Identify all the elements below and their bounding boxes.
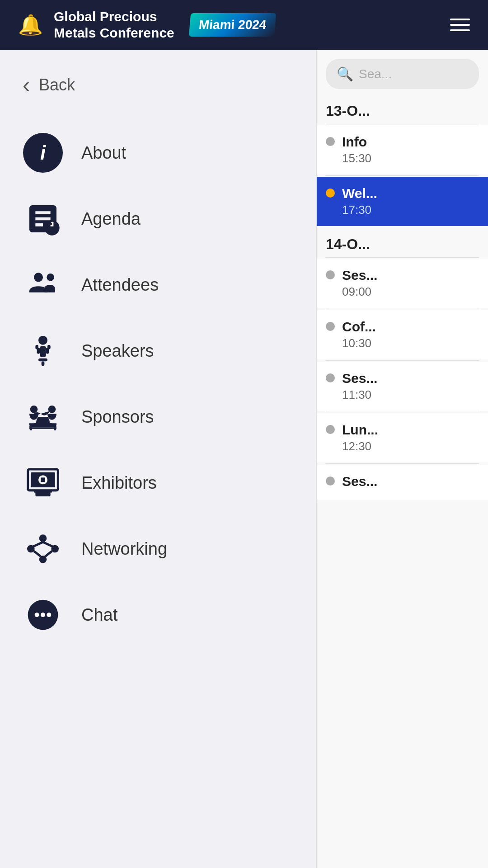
- svg-point-1: [51, 222, 52, 223]
- divider: [326, 175, 479, 176]
- about-label: About: [81, 143, 126, 163]
- svg-line-27: [33, 542, 43, 547]
- svg-line-29: [34, 551, 41, 557]
- chat-label: Chat: [81, 605, 117, 625]
- networking-icon: [23, 528, 63, 569]
- menu-item-chat[interactable]: Chat: [0, 582, 316, 648]
- schedule-dot: [326, 137, 335, 146]
- svg-rect-7: [42, 361, 45, 366]
- search-icon: 🔍: [337, 66, 353, 82]
- schedule-dot-active: [326, 189, 335, 198]
- schedule-title: Ses...: [342, 371, 479, 386]
- bell-icon[interactable]: 🔔: [18, 13, 43, 37]
- schedule-title: Ses...: [342, 474, 479, 489]
- svg-rect-11: [47, 345, 51, 349]
- divider: [326, 257, 479, 258]
- schedule-item-session3[interactable]: Ses...: [317, 465, 488, 500]
- schedule-item-welcome[interactable]: Wel... 17:30: [317, 177, 488, 226]
- schedule-content: Wel... 17:30: [342, 186, 479, 217]
- attendees-icon: [23, 264, 63, 305]
- menu-item-speakers[interactable]: Speakers: [0, 318, 316, 384]
- schedule-dot: [326, 425, 335, 434]
- agenda-label: Agenda: [81, 209, 141, 229]
- speakers-label: Speakers: [81, 341, 154, 361]
- svg-point-4: [38, 336, 47, 345]
- back-button[interactable]: ‹ Back: [0, 63, 316, 106]
- hamburger-menu-icon[interactable]: [450, 19, 470, 31]
- sponsors-icon: [23, 396, 63, 437]
- schedule-dot: [326, 476, 335, 486]
- search-bar[interactable]: 🔍 Sea...: [326, 59, 479, 89]
- menu-panel: ‹ Back i About Agenda: [0, 50, 316, 868]
- search-input-placeholder[interactable]: Sea...: [359, 67, 392, 81]
- schedule-title: Cof...: [342, 319, 479, 335]
- menu-item-agenda[interactable]: Agenda: [0, 186, 316, 252]
- networking-label: Networking: [81, 539, 167, 559]
- menu-item-attendees[interactable]: Attendees: [0, 252, 316, 318]
- schedule-item-session2[interactable]: Ses... 11:30: [317, 362, 488, 411]
- schedule-time: 17:30: [342, 203, 479, 217]
- back-label: Back: [39, 75, 75, 94]
- svg-rect-10: [35, 345, 38, 349]
- svg-line-28: [43, 542, 53, 547]
- schedule-title: Ses...: [342, 268, 479, 283]
- menu-item-sponsors[interactable]: Sponsors: [0, 384, 316, 450]
- menu-item-exhibitors[interactable]: Exhibitors: [0, 450, 316, 516]
- schedule-time: 11:30: [342, 388, 479, 402]
- divider: [326, 360, 479, 361]
- attendees-label: Attendees: [81, 275, 159, 295]
- svg-point-34: [47, 613, 51, 617]
- divider: [326, 412, 479, 412]
- date-header-1: 13-O...: [317, 94, 488, 124]
- schedule-item-coffee[interactable]: Cof... 10:30: [317, 310, 488, 359]
- schedule-time: 09:00: [342, 285, 479, 299]
- svg-point-33: [41, 613, 45, 617]
- schedule-title: Lun...: [342, 422, 479, 438]
- divider: [326, 309, 479, 309]
- schedule-content: Lun... 12:30: [342, 422, 479, 453]
- svg-point-12: [30, 406, 38, 413]
- schedule-content: Cof... 10:30: [342, 319, 479, 350]
- svg-rect-5: [40, 346, 46, 357]
- schedule-content: Ses... 09:00: [342, 268, 479, 299]
- svg-point-3: [47, 274, 54, 281]
- header-left: 🔔 Global PreciousMetals Conference Miami…: [18, 9, 275, 41]
- sponsors-label: Sponsors: [81, 407, 154, 427]
- divider: [326, 124, 479, 124]
- menu-item-networking[interactable]: Networking: [0, 516, 316, 582]
- svg-rect-20: [34, 491, 52, 493]
- schedule-item-session1[interactable]: Ses... 09:00: [317, 259, 488, 308]
- svg-point-13: [48, 406, 56, 413]
- exhibitors-label: Exhibitors: [81, 473, 157, 493]
- svg-point-32: [35, 613, 39, 617]
- about-icon-wrap: i: [23, 132, 63, 173]
- schedule-content: Ses...: [342, 474, 479, 491]
- agenda-icon: [23, 198, 63, 239]
- schedule-dot: [326, 270, 335, 279]
- schedule-content: Info 15:30: [342, 134, 479, 165]
- app-title: Global PreciousMetals Conference: [54, 9, 174, 41]
- svg-point-23: [39, 534, 47, 542]
- speakers-icon: [23, 330, 63, 371]
- app-header: 🔔 Global PreciousMetals Conference Miami…: [0, 0, 488, 50]
- schedule-item-lunch[interactable]: Lun... 12:30: [317, 413, 488, 462]
- schedule-item-info[interactable]: Info 15:30: [317, 125, 488, 175]
- back-chevron-icon: ‹: [23, 72, 30, 97]
- schedule-title: Wel...: [342, 186, 479, 201]
- schedule-dot: [326, 373, 335, 382]
- schedule-time: 15:30: [342, 151, 479, 165]
- svg-line-30: [45, 551, 52, 557]
- conference-badge: Miami 2024: [188, 13, 276, 37]
- svg-rect-22: [41, 477, 45, 482]
- date-header-2: 14-O...: [317, 227, 488, 257]
- chat-icon: [23, 594, 63, 635]
- menu-item-about[interactable]: i About: [0, 120, 316, 186]
- schedule-dot: [326, 322, 335, 331]
- right-schedule-panel: 🔍 Sea... 13-O... Info 15:30 Wel... 17:30…: [316, 50, 488, 868]
- main-layout: ‹ Back i About Agenda: [0, 50, 488, 868]
- about-icon: i: [23, 133, 63, 173]
- schedule-time: 10:30: [342, 336, 479, 350]
- exhibitors-icon: [23, 462, 63, 503]
- schedule-time: 12:30: [342, 439, 479, 453]
- schedule-content: Ses... 11:30: [342, 371, 479, 402]
